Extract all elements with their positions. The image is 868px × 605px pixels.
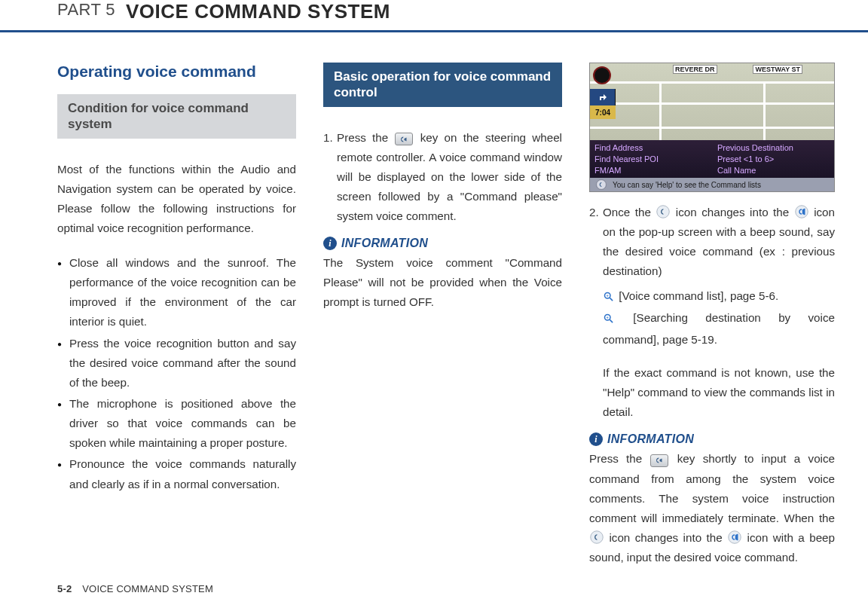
column-2: Basic operation for voice command contro…	[323, 63, 562, 567]
time-badge: 7:04	[590, 105, 616, 119]
page-number: 5-2	[57, 583, 72, 594]
svg-line-4	[610, 298, 613, 301]
menu-item: Preset <1 to 6>	[717, 154, 830, 165]
reference-link: [Searching destination by voice command]…	[603, 311, 835, 346]
svg-point-0	[597, 180, 607, 190]
column-3: REVERE DR WESTWAY ST 7:04 Find Address P…	[589, 63, 835, 567]
svg-point-2	[795, 206, 808, 218]
menu-item: Find Address	[594, 142, 707, 154]
svg-point-1	[657, 206, 670, 218]
step-text-part-a: Press the	[337, 131, 394, 144]
step-1: 1. Press the key on the steering wheel r…	[323, 128, 562, 227]
text-part: icon changes into the	[609, 531, 727, 544]
step-text: icon changes into the	[676, 206, 794, 218]
info-label: INFORMATION	[341, 237, 428, 250]
information-text-2: Press the key shortly to input a voice c…	[589, 449, 835, 567]
footer-section: VOICE COMMAND SYSTEM	[82, 583, 213, 594]
bullet-item: Close all windows and the sunroof. The p…	[57, 253, 296, 332]
menu-item: Previous Destination	[717, 142, 830, 154]
svg-line-7	[610, 319, 613, 322]
svg-text:+: +	[607, 293, 610, 298]
voice-key-icon	[395, 133, 413, 145]
menu-item: Find Nearest POI	[594, 154, 707, 165]
page-body: Operating voice command Condition for vo…	[0, 32, 868, 567]
svg-point-9	[591, 531, 604, 544]
page-title: VOICE COMMAND SYSTEM	[126, 0, 390, 23]
information-text: The System voice comment "Command Please…	[323, 253, 562, 312]
page-header: PART 5 VOICE COMMAND SYSTEM	[0, 0, 868, 29]
info-label: INFORMATION	[607, 432, 694, 446]
help-paragraph: If the exact command is not known, use t…	[603, 363, 835, 422]
information-heading: i INFORMATION	[589, 432, 835, 446]
step-text-part-b: key on the steering wheel remote control…	[337, 131, 562, 223]
bullet-item: Pronounce the voice commands naturally a…	[57, 454, 296, 493]
map-area: REVERE DR WESTWAY ST 7:04	[590, 63, 834, 140]
hint-voice-icon	[593, 178, 610, 191]
step-number: 2.	[589, 203, 599, 222]
intro-paragraph: Most of the functions within the Audio a…	[57, 160, 296, 239]
information-heading: i INFORMATION	[323, 237, 562, 250]
reference-icon: +	[603, 310, 614, 330]
step-text: Once the	[603, 206, 656, 218]
direction-badge	[590, 89, 616, 105]
street-label: WESTWAY ST	[753, 65, 802, 74]
bullet-item: Press the voice recognition button and s…	[57, 334, 296, 393]
voice-listening-icon	[795, 205, 808, 218]
voice-ready-icon	[590, 530, 604, 544]
condition-bullets: Close all windows and the sunroof. The p…	[57, 253, 296, 494]
section-title: Operating voice command	[57, 63, 296, 81]
svg-text:+: +	[607, 315, 610, 319]
street-label: REVERE DR	[673, 65, 717, 74]
voice-key-icon	[650, 454, 668, 467]
menu-item: FM/AM	[594, 165, 707, 176]
subhead-basic-operation: Basic operation for voice command contro…	[323, 63, 562, 107]
step-2: 2. Once the icon changes into the icon o…	[589, 203, 835, 422]
text-part: Press the	[589, 452, 649, 465]
voice-listening-icon	[728, 530, 741, 544]
step-number: 1.	[323, 128, 333, 148]
column-1: Operating voice command Condition for vo…	[57, 63, 296, 567]
step-list: 2. Once the icon changes into the icon o…	[589, 203, 835, 422]
menu-item: Call Name	[717, 165, 830, 176]
subhead-condition: Condition for voice command system	[57, 94, 296, 139]
reference-link: [Voice command list], page 5-6.	[619, 289, 778, 302]
nav-screenshot: REVERE DR WESTWAY ST 7:04 Find Address P…	[589, 63, 835, 192]
svg-point-10	[729, 531, 741, 544]
step-list: 1. Press the key on the steering wheel r…	[323, 128, 562, 227]
page-footer: 5-2 VOICE COMMAND SYSTEM	[57, 583, 213, 594]
info-icon: i	[589, 432, 603, 446]
part-label: PART 5	[57, 0, 115, 20]
compass-icon	[593, 66, 611, 84]
info-icon: i	[323, 237, 337, 250]
hint-text: You can say 'Help' to see the Command li…	[613, 181, 761, 189]
reference-icon: +	[603, 289, 614, 308]
bullet-item: The microphone is positioned above the d…	[57, 394, 296, 453]
voice-menu: Find Address Previous Destination Find N…	[590, 140, 834, 178]
voice-ready-icon	[656, 205, 670, 218]
hint-bar: You can say 'Help' to see the Command li…	[590, 178, 834, 191]
